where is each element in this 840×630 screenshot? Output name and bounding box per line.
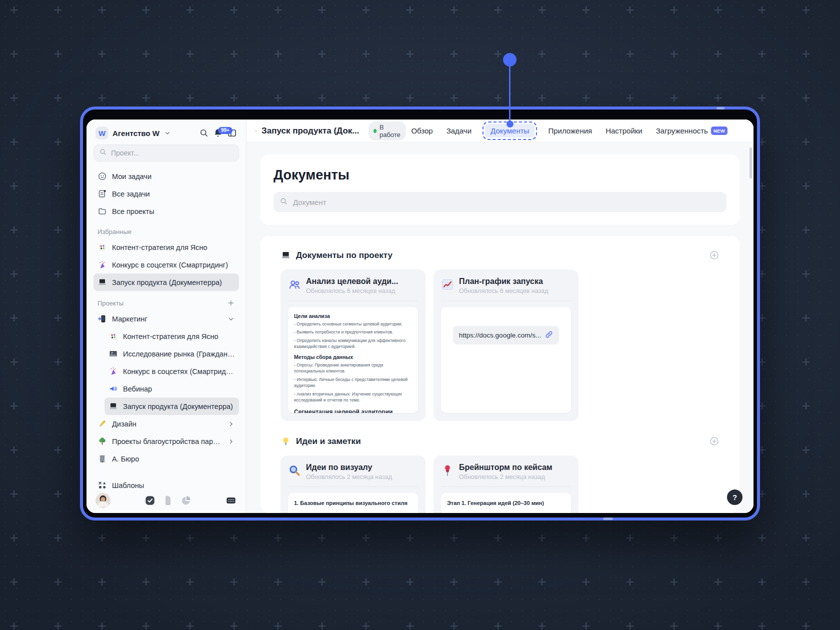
pencil-icon <box>98 419 107 428</box>
app-window: W Агентство W 99+ <box>80 106 760 520</box>
document-preview: https://docs.google.com/s... <box>441 307 571 413</box>
document-search-input[interactable] <box>293 198 720 206</box>
add-note-button[interactable] <box>709 436 720 446</box>
project-title: Запуск продукта (Док... <box>262 126 359 136</box>
preview-line: - Определить основные сегменты целевой а… <box>294 321 412 327</box>
smiley-icon <box>98 172 107 181</box>
project-item-selected[interactable]: Запуск продукта (Документерра) <box>104 398 239 415</box>
sidebar-item-label: Все проекты <box>112 208 154 216</box>
sidebar-item-label: Шаблоны <box>112 482 144 490</box>
note-card-brainstorm[interactable]: Брейншторм по кейсам Обновлялось 2 месяц… <box>434 456 578 513</box>
project-item-bureau[interactable]: А. Бюро <box>94 450 239 468</box>
tab-tasks[interactable]: Задачи <box>446 126 472 135</box>
documents-header-card: Документы <box>260 154 740 225</box>
search-icon[interactable] <box>199 128 209 138</box>
notes-grid: Идеи по визуалу Обновлялось 2 месяца наз… <box>280 456 720 513</box>
divider <box>288 300 418 301</box>
favorite-item-label: Запуск продукта (Документерра) <box>112 278 222 286</box>
photo-icon <box>108 349 118 358</box>
notifications-button[interactable]: 99+ <box>213 128 223 138</box>
document-title: План-график запуска <box>459 277 548 286</box>
chevron-right-icon[interactable] <box>227 438 235 446</box>
project-item[interactable]: Конкурс в соцсетях (Смартридинг) <box>104 362 239 380</box>
note-title: Брейншторм по кейсам <box>459 463 552 472</box>
note-preview: Этап 1. Генерация идей (20–30 мин) <box>441 493 571 513</box>
annotation-line <box>509 66 510 125</box>
tab-workload[interactable]: Загруженность NEW <box>656 126 728 135</box>
project-search[interactable] <box>94 144 239 162</box>
projects-section-title: Проекты <box>98 300 124 307</box>
notifications-badge: 99+ <box>218 127 232 134</box>
sidebar-item-label: Мои задачи <box>112 172 152 180</box>
favorite-item-selected[interactable]: Запуск продукта (Документерра) <box>94 274 239 291</box>
project-search-input[interactable] <box>111 149 234 157</box>
add-document-button[interactable] <box>709 250 720 260</box>
google-docs-link[interactable]: https://docs.google.com/s... <box>453 326 559 344</box>
section-ideas-notes: Идеи и заметки <box>280 436 720 446</box>
laptop-icon <box>280 250 291 260</box>
status-badge[interactable]: В работе <box>368 122 406 140</box>
party-icon <box>108 366 118 376</box>
laptop-icon <box>98 278 107 287</box>
chevron-down-icon[interactable] <box>227 315 235 323</box>
note-card-visual-ideas[interactable]: Идеи по визуалу Обновлялось 2 месяца наз… <box>280 456 426 513</box>
preview-heading: Этап 1. Генерация идей (20–30 мин) <box>447 500 565 506</box>
file-icon[interactable] <box>162 495 174 506</box>
tasks-check-icon[interactable] <box>144 495 156 506</box>
workspace-header[interactable]: W Агентство W 99+ <box>94 126 239 144</box>
sidebar-item-my-tasks[interactable]: Мои задачи <box>94 168 239 185</box>
preview-line: - Анализ вторичных данных: Изучение суще… <box>294 391 412 404</box>
scrollbar-thumb[interactable] <box>750 148 752 178</box>
tab-overview[interactable]: Обзор <box>411 126 432 135</box>
preview-line: - Выявить потребности и предпочтения кли… <box>294 329 412 335</box>
project-group-design[interactable]: Дизайн <box>94 415 239 432</box>
section-project-documents: Документы по проекту <box>280 250 720 260</box>
new-badge: NEW <box>711 126 728 135</box>
sidebar-item-all-projects[interactable]: Все проекты <box>94 202 239 220</box>
tab-apps[interactable]: Приложения <box>548 126 592 135</box>
favorites-section-label: Избранные <box>94 228 239 236</box>
palette-icon <box>98 242 107 252</box>
favorite-item-label: Конкурс в соцсетях (Смартридинг) <box>112 261 228 269</box>
sidebar-item-templates[interactable]: Шаблоны <box>94 476 239 489</box>
preview-line: - Определить каналы коммуникации для эфф… <box>294 338 412 350</box>
tab-settings[interactable]: Настройки <box>606 126 642 135</box>
preview-heading: Цели анализа <box>294 313 412 319</box>
tab-workload-label: Загруженность <box>656 126 708 135</box>
keyboard-shortcuts-icon[interactable] <box>225 495 237 506</box>
search-icon <box>99 148 107 158</box>
documents-page: Документы Документы по проекту <box>246 142 754 513</box>
document-title: Анализ целевой ауди... <box>306 277 398 286</box>
project-group-marketing[interactable]: Маркетинг <box>94 310 239 328</box>
add-project-button[interactable] <box>227 299 235 307</box>
divider <box>288 486 418 487</box>
laptop-icon <box>108 402 118 411</box>
project-item[interactable]: Контент-стратегия для Ясно <box>104 328 239 345</box>
sidebar-footer <box>94 489 239 508</box>
project-group-label: Проекты благоустройства парков <box>112 438 222 446</box>
search-icon <box>280 197 288 208</box>
project-group-parks[interactable]: Проекты благоустройства парков <box>94 432 239 450</box>
project-item-label: А. Бюро <box>112 455 139 463</box>
status-label: В работе <box>380 124 401 138</box>
document-card-audience-analysis[interactable]: Анализ целевой ауди... Обновлялось 6 мес… <box>280 270 426 421</box>
pie-chart-icon[interactable] <box>180 495 192 506</box>
project-item[interactable]: Исследование рынка (Гражданпроект) <box>104 345 239 362</box>
document-search[interactable] <box>274 192 726 212</box>
sidebar-item-all-tasks[interactable]: Все задачи <box>94 185 239 202</box>
document-card-launch-plan[interactable]: План-график запуска Обновлялось 6 месяце… <box>434 270 578 421</box>
workspace-name: Агентство W <box>112 129 160 138</box>
project-item[interactable]: Вебинар <box>104 380 239 398</box>
favorite-item[interactable]: Контент-стратегия для Ясно <box>94 238 239 256</box>
palette-icon <box>108 332 118 341</box>
favorite-item[interactable]: Конкурс в соцсетях (Смартридинг) <box>94 256 239 274</box>
people-icon <box>288 278 301 291</box>
chevron-right-icon[interactable] <box>227 420 235 428</box>
status-dot <box>374 129 376 133</box>
chart-icon <box>441 278 454 291</box>
preview-heading: Сегментация целевой аудитории <box>294 408 412 413</box>
user-avatar[interactable] <box>96 493 110 508</box>
help-button[interactable]: ? <box>727 490 742 505</box>
speaker-icon <box>108 384 118 394</box>
chevron-down-icon <box>164 129 172 137</box>
